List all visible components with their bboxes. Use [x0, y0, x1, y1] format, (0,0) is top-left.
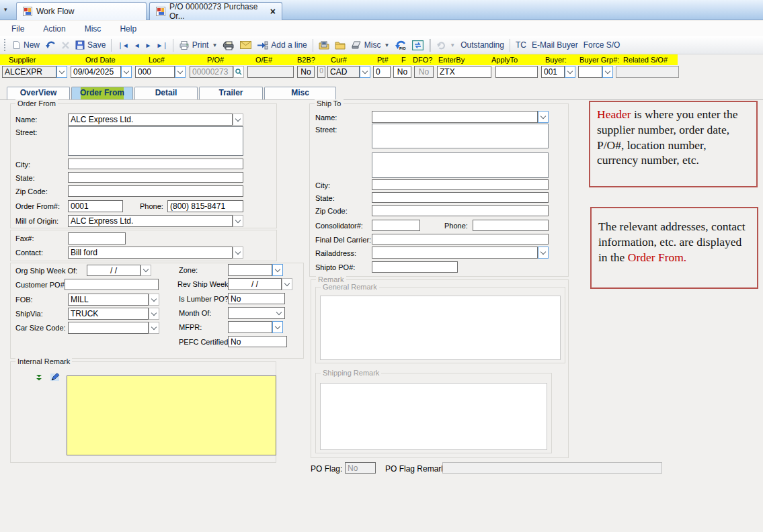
- po-undo-button[interactable]: P/O: [392, 38, 409, 52]
- cur-dropdown[interactable]: [360, 66, 370, 78]
- refresh-button[interactable]: ▼: [434, 40, 458, 51]
- order-from-name-field[interactable]: ALC Express Ltd.: [68, 114, 233, 126]
- po-field[interactable]: 00000273: [190, 66, 233, 78]
- ship-via-field[interactable]: TRUCK: [68, 308, 149, 320]
- cur-field[interactable]: CAD: [327, 66, 360, 78]
- applyto-field[interactable]: [495, 66, 538, 78]
- fob-field[interactable]: MILL: [68, 294, 149, 306]
- org-ship-week-field[interactable]: / /: [87, 265, 140, 276]
- buyer-field[interactable]: 001: [541, 66, 565, 78]
- shipto-po-field[interactable]: [372, 261, 458, 273]
- ship-to-street2-input[interactable]: [372, 152, 549, 178]
- mdi-tab-purchase-order[interactable]: P/O 00000273 Purchase Or... ×: [149, 2, 282, 20]
- sync-button[interactable]: [409, 39, 426, 52]
- ship-to-street-input[interactable]: [372, 124, 549, 148]
- ship-to-city-field[interactable]: [372, 179, 549, 190]
- order-from-city-field[interactable]: [68, 159, 243, 169]
- fax-button[interactable]: [220, 39, 237, 52]
- tab-detail[interactable]: Detail: [134, 87, 198, 99]
- menu-help[interactable]: Help: [120, 24, 136, 34]
- nav-first-button[interactable]: ❘◄: [114, 40, 130, 50]
- mill-of-origin-dropdown[interactable]: [233, 215, 243, 227]
- expand-down-icon[interactable]: [36, 374, 43, 382]
- mfpr-dropdown[interactable]: [272, 321, 283, 333]
- general-remark-input[interactable]: [320, 296, 561, 360]
- ship-to-zip-field[interactable]: [372, 205, 549, 216]
- misc-button[interactable]: Misc▼: [348, 39, 393, 51]
- force-so-button[interactable]: Force S/O: [581, 39, 623, 51]
- mfpr-field[interactable]: [228, 321, 272, 333]
- month-of-dropdown[interactable]: [274, 308, 284, 318]
- enterby-field[interactable]: ZTX: [437, 66, 491, 78]
- mill-of-origin-field[interactable]: ALC Express Ltd.: [68, 215, 233, 227]
- consolidator-field[interactable]: [372, 220, 420, 231]
- fax-field[interactable]: [68, 232, 126, 245]
- ship-to-name-field[interactable]: [372, 111, 538, 123]
- supplier-dropdown[interactable]: [56, 66, 67, 78]
- internal-remark-input[interactable]: [67, 375, 276, 455]
- tab-overview[interactable]: OverView: [7, 87, 70, 99]
- toolbar-grip[interactable]: [4, 39, 7, 51]
- order-from-phone-field[interactable]: (800) 815-8471: [167, 200, 243, 212]
- supplier-field[interactable]: ALCEXPR: [2, 66, 56, 78]
- ord-date-field[interactable]: 09/04/2025: [71, 66, 121, 78]
- tc-button[interactable]: TC: [513, 39, 529, 51]
- ship-via-dropdown[interactable]: [149, 308, 159, 320]
- menu-action[interactable]: Action: [43, 24, 65, 34]
- print-button[interactable]: Print▼: [176, 39, 220, 51]
- pt-field[interactable]: 0: [373, 66, 391, 78]
- calculator-folder-button[interactable]: [316, 40, 332, 51]
- shipping-remark-input[interactable]: [320, 383, 547, 450]
- po-search-button[interactable]: [233, 66, 244, 78]
- tab-list-dropdown-icon[interactable]: ▾: [4, 6, 7, 13]
- buyer-grp-dropdown[interactable]: [602, 66, 613, 78]
- oe-field[interactable]: [247, 66, 294, 78]
- ship-to-name-dropdown[interactable]: [538, 111, 549, 123]
- org-ship-week-dropdown[interactable]: [140, 265, 151, 276]
- order-from-street-input[interactable]: [68, 126, 243, 156]
- order-from-name-dropdown[interactable]: [233, 114, 243, 126]
- fob-dropdown[interactable]: [149, 294, 159, 306]
- final-del-carrier-field[interactable]: [372, 234, 549, 245]
- buyer-grp-field[interactable]: [578, 66, 602, 78]
- contact-dropdown[interactable]: [233, 247, 243, 259]
- order-from-zip-field[interactable]: [68, 185, 243, 197]
- delete-button[interactable]: [58, 40, 73, 51]
- is-lumber-field[interactable]: No: [228, 293, 285, 304]
- save-button[interactable]: Save: [73, 39, 108, 51]
- car-size-field[interactable]: [68, 322, 149, 334]
- nav-last-button[interactable]: ►❘: [153, 40, 169, 50]
- f-field[interactable]: No: [393, 66, 411, 78]
- tab-order-from[interactable]: Order From: [71, 87, 133, 99]
- undo-button[interactable]: [42, 39, 58, 51]
- zone-field[interactable]: [228, 264, 272, 276]
- add-line-button[interactable]: Add a line: [254, 39, 309, 51]
- menu-misc[interactable]: Misc: [85, 24, 102, 34]
- order-from-state-field[interactable]: [68, 172, 243, 183]
- ship-to-phone-field[interactable]: [473, 220, 549, 231]
- rev-ship-week-dropdown[interactable]: [282, 278, 292, 290]
- close-icon[interactable]: ×: [270, 7, 276, 16]
- tab-misc[interactable]: Misc: [264, 87, 336, 99]
- customer-po-field[interactable]: [65, 279, 159, 290]
- edit-pen-icon[interactable]: [50, 373, 60, 382]
- menu-file[interactable]: File: [11, 24, 24, 34]
- loc-field[interactable]: 000: [135, 66, 175, 78]
- car-size-dropdown[interactable]: [149, 322, 159, 334]
- outstanding-button[interactable]: Outstanding: [458, 39, 507, 51]
- nav-prev-button[interactable]: ◄: [131, 40, 143, 50]
- email-button[interactable]: [237, 40, 254, 50]
- new-button[interactable]: New: [9, 39, 42, 51]
- order-from-no-field[interactable]: 0001: [68, 200, 123, 212]
- loc-dropdown[interactable]: [175, 66, 186, 78]
- pefc-field[interactable]: No: [228, 336, 287, 347]
- email-buyer-button[interactable]: E-Mail Buyer: [529, 39, 581, 51]
- contact-field[interactable]: Bill ford: [68, 247, 233, 259]
- nav-next-button[interactable]: ►: [143, 40, 154, 50]
- ord-date-dropdown[interactable]: [121, 66, 132, 78]
- mdi-tab-workflow[interactable]: Work Flow: [16, 2, 147, 20]
- zone-dropdown[interactable]: [272, 264, 283, 276]
- tab-trailer[interactable]: Trailer: [199, 87, 263, 99]
- buyer-dropdown[interactable]: [565, 66, 575, 78]
- ship-to-state-field[interactable]: [372, 192, 549, 203]
